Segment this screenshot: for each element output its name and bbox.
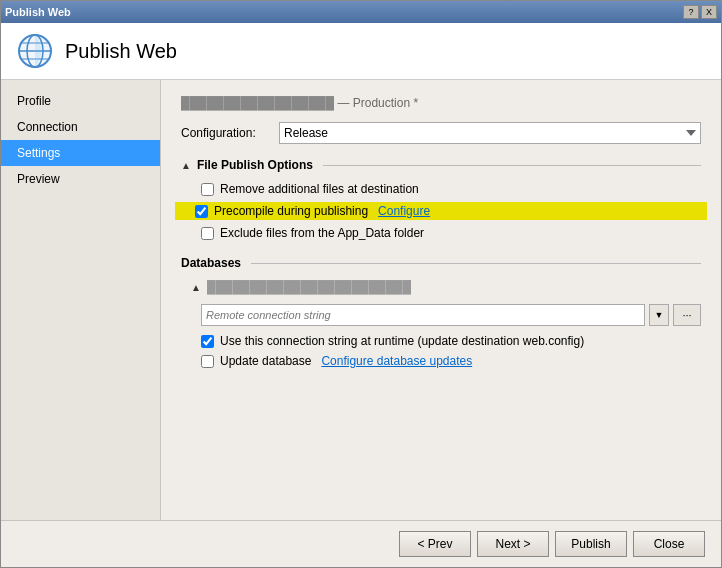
update-database-checkbox[interactable] [201, 355, 214, 368]
publish-button[interactable]: Publish [555, 531, 627, 557]
remove-additional-row: Remove additional files at destination [181, 182, 701, 196]
configure-precompile-link[interactable]: Configure [378, 204, 430, 218]
collapse-arrow-icon[interactable]: ▲ [181, 160, 191, 171]
dialog-header: Publish Web [1, 23, 721, 80]
configuration-row: Configuration: Debug Release [181, 122, 701, 144]
connection-dropdown-button[interactable]: ▼ [649, 304, 669, 326]
remove-additional-checkbox[interactable] [201, 183, 214, 196]
db-name-header: ▲ ████████████████████████ [191, 280, 701, 294]
databases-divider [251, 263, 701, 264]
precompile-label: Precompile during publishing [214, 204, 368, 218]
use-connection-label: Use this connection string at runtime (u… [220, 334, 584, 348]
content-area: Profile Connection Settings Preview ████… [1, 80, 721, 520]
connection-string-row: ▼ ··· [181, 304, 701, 326]
title-bar-text: Publish Web [5, 6, 71, 18]
publish-web-dialog: Publish Web ? X Publish Web Profile Conn… [0, 0, 722, 568]
db-name-blurred: ████████████████████████ [207, 280, 411, 294]
title-bar-controls: ? X [683, 5, 717, 19]
sidebar-item-connection[interactable]: Connection [1, 114, 160, 140]
profile-title: ██████████████████ — Production * [181, 96, 701, 110]
exclude-app-data-label: Exclude files from the App_Data folder [220, 226, 424, 240]
exclude-app-data-checkbox[interactable] [201, 227, 214, 240]
main-panel: ██████████████████ — Production * Config… [161, 80, 721, 520]
title-bar: Publish Web ? X [1, 1, 721, 23]
precompile-row: Precompile during publishing Configure [175, 202, 707, 220]
connection-browse-button[interactable]: ··· [673, 304, 701, 326]
prev-button[interactable]: < Prev [399, 531, 471, 557]
databases-section: Databases ▲ ████████████████████████ ▼ ·… [181, 256, 701, 368]
connection-string-input[interactable] [201, 304, 645, 326]
globe-icon [17, 33, 53, 69]
update-database-row: Update database Configure database updat… [181, 354, 701, 368]
next-button[interactable]: Next > [477, 531, 549, 557]
file-publish-title: File Publish Options [197, 158, 313, 172]
db-subsection: ▲ ████████████████████████ ▼ ··· Use thi… [181, 280, 701, 368]
databases-title: Databases [181, 256, 241, 270]
update-database-label: Update database [220, 354, 311, 368]
databases-section-header: Databases [181, 256, 701, 270]
configuration-label: Configuration: [181, 126, 271, 140]
profile-suffix: — Production * [337, 96, 418, 110]
file-publish-section-header: ▲ File Publish Options [181, 158, 701, 172]
sidebar-item-profile[interactable]: Profile [1, 88, 160, 114]
use-connection-checkbox[interactable] [201, 335, 214, 348]
exclude-app-data-row: Exclude files from the App_Data folder [181, 226, 701, 240]
db-collapse-arrow-icon[interactable]: ▲ [191, 282, 201, 293]
footer-buttons: < Prev Next > Publish Close [1, 520, 721, 567]
sidebar-item-preview[interactable]: Preview [1, 166, 160, 192]
dialog-title: Publish Web [65, 40, 177, 63]
remove-additional-label: Remove additional files at destination [220, 182, 419, 196]
configuration-select[interactable]: Debug Release [279, 122, 701, 144]
precompile-checkbox[interactable] [195, 205, 208, 218]
sidebar: Profile Connection Settings Preview [1, 80, 161, 520]
configure-database-link[interactable]: Configure database updates [321, 354, 472, 368]
close-button[interactable]: Close [633, 531, 705, 557]
close-title-button[interactable]: X [701, 5, 717, 19]
profile-name-blurred: ██████████████████ [181, 96, 334, 110]
help-button[interactable]: ? [683, 5, 699, 19]
use-connection-string-row: Use this connection string at runtime (u… [181, 334, 701, 348]
sidebar-item-settings[interactable]: Settings [1, 140, 160, 166]
section-divider [323, 165, 701, 166]
